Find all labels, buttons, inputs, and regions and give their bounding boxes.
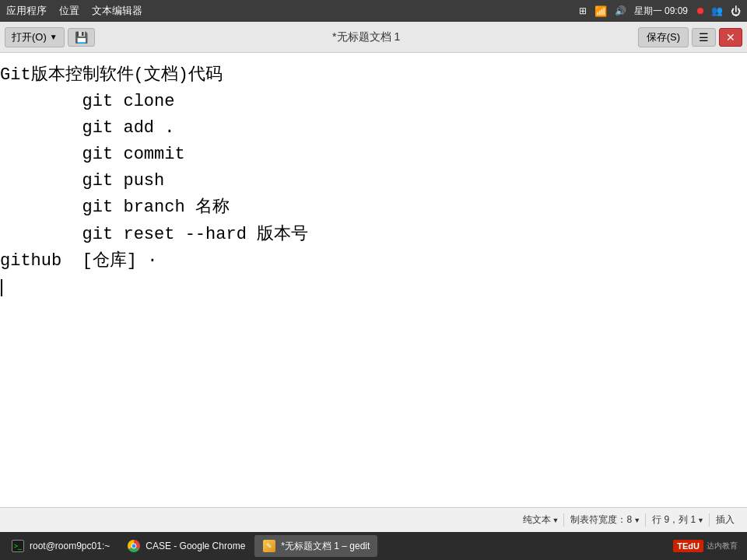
taskbar: >_ root@room9pc01:~ CASE - Google Chrome… — [0, 532, 747, 560]
editor-area[interactable]: Git版本控制软件(文档)代码 git clone git add . git … — [0, 53, 747, 507]
line-text-0: Git版本控制软件(文档)代码 — [0, 62, 223, 89]
save-button[interactable]: 保存(S) — [638, 27, 689, 47]
menu-apps[interactable]: 应用程序 — [6, 4, 47, 18]
tab-width-arrow: ▼ — [633, 516, 640, 524]
system-bar: 应用程序 位置 文本编辑器 ⊞ 📶 🔊 星期一 09:09 👥 ⏻ — [0, 0, 747, 22]
tray-icon-volume: 🔊 — [615, 5, 626, 16]
editor-line-2: git add . — [0, 115, 747, 142]
title-bar-left: 打开(O) ▼ 💾 — [5, 27, 95, 47]
editor-content: Git版本控制软件(文档)代码 git clone git add . git … — [0, 59, 747, 304]
system-menu: 应用程序 位置 文本编辑器 — [6, 4, 142, 18]
editor-line-1: git clone — [0, 89, 747, 115]
terminal-icon: >_ — [11, 539, 25, 553]
taskbar-gedit[interactable]: ✎ *无标题文档 1 – gedit — [254, 535, 377, 557]
tray-icon-power: ⏻ — [731, 5, 741, 17]
editor-line-0: Git版本控制软件(文档)代码 — [0, 62, 747, 89]
line-text-7: github [仓库] · — [0, 248, 157, 275]
line-text-6: git reset --hard 版本号 — [0, 222, 308, 248]
system-tray: ⊞ 📶 🔊 星期一 09:09 👥 ⏻ — [579, 5, 741, 18]
menu-button[interactable]: ☰ — [692, 28, 716, 47]
tray-icon-signal: 📶 — [594, 5, 607, 17]
chrome-icon — [127, 539, 141, 553]
position-arrow: ▼ — [697, 516, 704, 524]
tedu-sub-text: 达内教育 — [707, 541, 738, 551]
line-text-3: git commit — [0, 142, 185, 168]
red-dot-indicator — [697, 8, 703, 14]
file-type-dropdown[interactable]: 纯文本 ▼ — [523, 513, 559, 527]
title-bar: 打开(O) ▼ 💾 *无标题文档 1 保存(S) ☰ ✕ — [0, 22, 747, 53]
title-bar-right: 保存(S) ☰ ✕ — [638, 27, 742, 47]
status-bar: 纯文本 ▼ 制表符宽度：8 ▼ 行 9，列 1 ▼ 插入 — [0, 507, 747, 532]
menu-location[interactable]: 位置 — [59, 4, 79, 18]
line-text-2: git add . — [0, 115, 174, 142]
taskbar-chrome[interactable]: CASE - Google Chrome — [119, 535, 253, 557]
tray-icon-sd: ⊞ — [579, 5, 587, 16]
datetime-label: 星期一 09:09 — [634, 5, 688, 18]
gedit-icon: ✎ — [262, 539, 276, 553]
tray-icon-network: 👥 — [711, 5, 723, 16]
tedu-logo: TEdU 达内教育 — [667, 540, 744, 552]
open-button[interactable]: 打开(O) ▼ — [5, 27, 65, 47]
save-icon-button[interactable]: 💾 — [68, 28, 95, 47]
open-dropdown-arrow: ▼ — [50, 33, 58, 41]
editor-line-7: github [仓库] · — [0, 248, 747, 275]
close-button[interactable]: ✕ — [719, 28, 742, 47]
text-cursor — [1, 279, 2, 296]
taskbar-terminal[interactable]: >_ root@room9pc01:~ — [3, 535, 117, 557]
insert-mode-status: 插入 — [711, 513, 739, 527]
window-title: *无标题文档 1 — [95, 30, 638, 44]
menu-text-editor[interactable]: 文本编辑器 — [92, 4, 142, 18]
tab-width-dropdown[interactable]: 制表符宽度：8 ▼ — [570, 513, 640, 527]
file-type-arrow: ▼ — [552, 516, 559, 524]
editor-line-8 — [0, 275, 747, 301]
editor-line-5: git branch 名称 — [0, 194, 747, 221]
line-text-4: git push — [0, 168, 164, 194]
tedu-box: TEdU — [673, 540, 703, 552]
editor-line-4: git push — [0, 168, 747, 194]
file-type-status: 纯文本 ▼ — [518, 513, 565, 527]
tab-width-status: 制表符宽度：8 ▼ — [566, 513, 646, 527]
position-status: 行 9，列 1 ▼ — [647, 513, 710, 527]
line-text-1: git clone — [0, 89, 174, 115]
position-dropdown[interactable]: 行 9，列 1 ▼ — [652, 513, 704, 527]
editor-line-6: git reset --hard 版本号 — [0, 222, 747, 248]
line-text-5: git branch 名称 — [0, 194, 230, 221]
editor-line-3: git commit — [0, 142, 747, 168]
